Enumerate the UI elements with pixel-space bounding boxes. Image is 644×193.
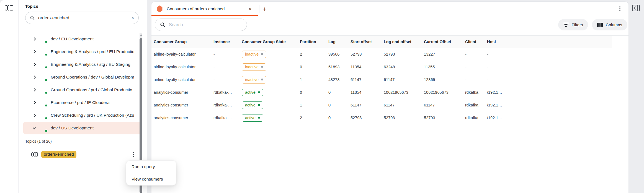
cell-host: /192.1… bbox=[487, 116, 608, 120]
collapse-panel-icon bbox=[632, 5, 640, 11]
search-icon bbox=[160, 22, 165, 27]
column-header-partition: Partition bbox=[300, 40, 328, 44]
column-header-lag: Lag bbox=[328, 40, 351, 44]
tab-close-icon[interactable]: × bbox=[248, 6, 253, 12]
table-row[interactable]: analytics-consumer rdkafka-… active 1 0 … bbox=[151, 99, 628, 111]
cell-partition: 0 bbox=[300, 65, 328, 69]
cell-consumer-group: airline-loyalty-calculator bbox=[154, 65, 213, 69]
cell-host: - bbox=[487, 77, 608, 82]
table-row[interactable]: analytics-consumer rdkafka-… active 2 0 … bbox=[151, 111, 628, 124]
table-toolbar: Filters Columns bbox=[151, 16, 628, 35]
table-row[interactable]: analytics-consumer rdkafka-… active 0 0 … bbox=[151, 86, 628, 99]
main-panel: Consumers of orders-enriched × + Filters… bbox=[151, 1, 629, 193]
chevron-down-icon[interactable] bbox=[33, 126, 36, 129]
collapse-panel-button[interactable] bbox=[632, 5, 640, 11]
topic-name-highlighted[interactable]: orders-enriched bbox=[41, 151, 76, 158]
tree-item-ground-ops-dev[interactable]: Ground Operations / dev / Global Develop… bbox=[23, 71, 142, 84]
topics-icon-bracket bbox=[5, 5, 7, 11]
column-header-current-offset: Current Offset bbox=[424, 40, 465, 44]
cell-client: - bbox=[465, 52, 487, 56]
cell-log-end-offset: 52793 bbox=[384, 116, 424, 120]
badge-dot bbox=[261, 66, 263, 68]
cell-consumer-group: analytics-consumer bbox=[154, 90, 213, 95]
status-dot bbox=[45, 66, 48, 69]
status-dot bbox=[45, 40, 48, 43]
cell-consumer-group: analytics-consumer bbox=[154, 116, 213, 120]
table-row[interactable]: airline-loyalty-calculator - inactive 2 … bbox=[151, 48, 628, 61]
columns-button[interactable]: Columns bbox=[592, 19, 627, 30]
tab-bar-overflow-menu-icon[interactable] bbox=[617, 6, 623, 12]
status-dot bbox=[45, 117, 48, 120]
chevron-right-icon[interactable] bbox=[33, 50, 36, 53]
cell-current-offset: 10621965673 bbox=[424, 90, 465, 95]
cell-partition: 0 bbox=[300, 90, 328, 95]
tree-item-label: dev / EU Development bbox=[51, 36, 94, 41]
sidebar-search[interactable]: × bbox=[25, 12, 139, 24]
cell-instance: rdkafka-… bbox=[213, 90, 242, 95]
scroll-up-arrow-icon[interactable] bbox=[140, 34, 142, 36]
cluster-tree: dev / EU Development Engineering & Analy… bbox=[19, 33, 147, 134]
cell-instance: rdkafka-… bbox=[213, 116, 242, 120]
new-tab-button[interactable]: + bbox=[261, 6, 268, 13]
column-header-instance: Instance bbox=[213, 40, 242, 44]
cell-instance: - bbox=[213, 77, 242, 82]
topics-icon-bracket bbox=[7, 5, 9, 11]
tree-item-us-development-selected[interactable]: dev / US Development bbox=[23, 122, 142, 134]
tab-consumers-of-orders-enriched[interactable]: Consumers of orders-enriched × bbox=[151, 2, 258, 16]
menu-item-view-consumers[interactable]: View consumers bbox=[126, 173, 176, 185]
chevron-right-icon[interactable] bbox=[33, 37, 36, 40]
cell-log-end-offset: 61147 bbox=[384, 77, 424, 82]
cell-instance: - bbox=[213, 52, 242, 56]
tree-item-ecommerce-prd[interactable]: Ecommerce / prd / IE Cloudera bbox=[23, 96, 142, 109]
table-row[interactable]: airline-loyalty-calculator - inactive 1 … bbox=[151, 73, 628, 86]
topic-list-item[interactable]: orders-enriched bbox=[19, 149, 147, 160]
status-badge-active: active bbox=[242, 101, 263, 109]
chevron-right-icon[interactable] bbox=[33, 101, 36, 104]
column-header-consumer-group: Consumer Group bbox=[154, 40, 213, 44]
status-dot bbox=[45, 79, 48, 82]
cell-client: rdkafka bbox=[465, 90, 487, 95]
cell-current-offset: 52793 bbox=[424, 116, 465, 120]
sidebar-search-input[interactable] bbox=[38, 15, 128, 20]
table-row[interactable]: airline-loyalty-calculator - inactive 0 … bbox=[151, 61, 628, 73]
consumers-search-input[interactable] bbox=[169, 22, 242, 27]
tree-item-label: Engineering & Analytics / stg / EU Stagi… bbox=[51, 62, 130, 67]
topics-icon[interactable] bbox=[5, 5, 13, 11]
cell-host: - bbox=[487, 65, 608, 69]
column-header-client: Client bbox=[465, 40, 487, 44]
tree-item-crew-scheduling-prd[interactable]: Crew Scheduling / prd / UK Production (A… bbox=[23, 109, 142, 122]
tree-item-eu-development[interactable]: dev / EU Development bbox=[23, 33, 142, 45]
cell-log-end-offset: 52793 bbox=[384, 52, 424, 56]
consumers-search[interactable] bbox=[155, 19, 247, 31]
filters-button[interactable]: Filters bbox=[558, 19, 588, 30]
columns-button-label: Columns bbox=[606, 22, 622, 27]
badge-dot bbox=[261, 79, 263, 80]
chevron-right-icon[interactable] bbox=[33, 114, 36, 117]
cell-partition: 2 bbox=[300, 116, 328, 120]
cell-start-offset: 52793 bbox=[351, 52, 384, 56]
status-badge-active: active bbox=[242, 114, 263, 122]
tree-item-eng-analytics-stg[interactable]: Engineering & Analytics / stg / EU Stagi… bbox=[23, 58, 142, 71]
filters-button-label: Filters bbox=[572, 22, 583, 27]
status-badge-inactive: inactive bbox=[242, 51, 266, 58]
clear-search-icon[interactable]: × bbox=[132, 16, 134, 20]
cell-start-offset: 52793 bbox=[351, 116, 384, 120]
badge-dot bbox=[258, 91, 260, 93]
cell-current-offset: 12869 bbox=[424, 77, 465, 82]
topic-kebab-menu-icon[interactable] bbox=[130, 151, 137, 158]
cell-instance: - bbox=[213, 65, 242, 69]
topic-context-menu: Run a query View consumers bbox=[126, 160, 176, 186]
cell-consumer-group: analytics-consumer bbox=[154, 103, 213, 107]
status-badge-inactive: inactive bbox=[242, 63, 266, 71]
tree-item-ground-ops-prd[interactable]: Ground Operations / prd / Global Product… bbox=[23, 84, 142, 96]
chevron-right-icon[interactable] bbox=[33, 75, 36, 79]
chevron-right-icon[interactable] bbox=[33, 88, 36, 91]
column-header-consumer-group-state: Consumer Group State bbox=[242, 40, 300, 44]
chevron-right-icon[interactable] bbox=[33, 63, 36, 66]
tab-bar: Consumers of orders-enriched × + bbox=[151, 2, 628, 16]
tree-item-eng-analytics-prd[interactable]: Engineering & Analytics / prd / EU Produ… bbox=[23, 45, 142, 58]
tree-item-label: Ground Operations / dev / Global Develop… bbox=[51, 75, 134, 80]
cell-host: /192.1… bbox=[487, 90, 608, 95]
menu-item-run-a-query[interactable]: Run a query bbox=[126, 161, 176, 173]
status-dot bbox=[45, 129, 48, 132]
